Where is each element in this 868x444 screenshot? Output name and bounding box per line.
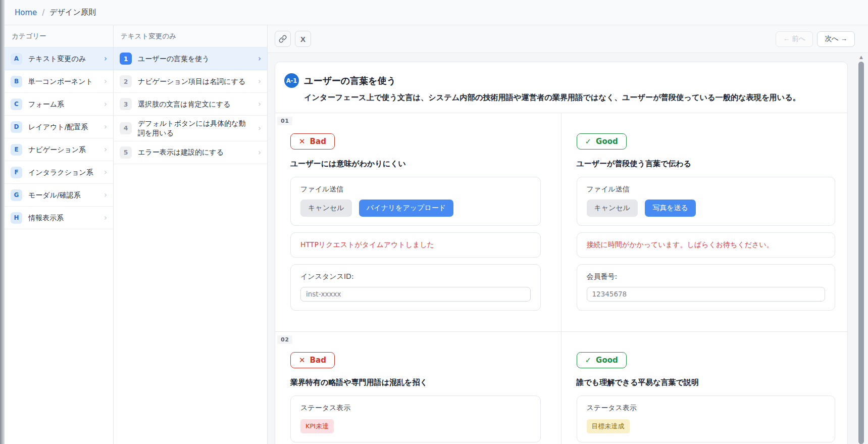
main-area: X ← 前へ 次へ → A-1 ユーザーの言葉を使う インターフェース上で使う文… <box>268 25 868 444</box>
cross-icon: ✕ <box>299 356 305 365</box>
breadcrumb-separator: / <box>42 8 44 17</box>
breadcrumb: Home / デザイン原則 <box>5 0 868 25</box>
chevron-right-icon: › <box>104 145 107 154</box>
principle-item-2[interactable]: 2 ナビゲーション項目は名詞にする › <box>114 70 267 93</box>
category-item-d[interactable]: D レイアウト/配置系 › <box>5 116 113 138</box>
category-item-h[interactable]: H 情報表示系 › <box>5 207 113 229</box>
next-button[interactable]: 次へ → <box>817 31 855 47</box>
principle-description: インターフェース上で使う文言は、システム内部の技術用語や運営者の業界用語ではなく… <box>304 92 836 104</box>
principle-item-3[interactable]: 3 選択肢の文言は肯定文にする › <box>114 93 267 116</box>
chevron-right-icon: › <box>104 100 107 109</box>
check-icon: ✓ <box>585 137 592 146</box>
bad-column: ✕ Bad 業界特有の略語や専門用語は混乱を招く ステータス表示 KPI未達 操… <box>275 332 561 444</box>
x-icon: X <box>300 35 305 43</box>
principle-num-badge: 4 <box>120 122 132 134</box>
bad-subtitle: 業界特有の略語や専門用語は混乱を招く <box>290 378 541 387</box>
copy-link-button[interactable] <box>275 31 291 47</box>
good-badge: ✓ Good <box>577 133 627 150</box>
demo-primary-button[interactable]: バイナリをアップロード <box>359 200 453 217</box>
good-column: ✓ Good ユーザーが普段使う言葉で伝わる ファイル送信 キャンセル 写真を送… <box>561 113 848 331</box>
category-label: 単一コンポーネント <box>28 77 98 86</box>
category-label: テキスト変更のみ <box>28 54 98 64</box>
bad-badge: ✕ Bad <box>290 352 335 368</box>
good-badge: ✓ Good <box>577 352 627 368</box>
categories-header: カテゴリー <box>5 25 113 47</box>
chevron-right-icon: › <box>104 190 107 200</box>
good-badge-label: Good <box>596 137 618 146</box>
category-item-f[interactable]: F インタラクション系 › <box>5 161 113 184</box>
principle-label: デフォルトボタンには具体的な動詞を用いる <box>138 119 252 138</box>
category-key-badge: F <box>11 167 22 178</box>
demo-cancel-button[interactable]: キャンセル <box>587 200 638 217</box>
category-label: 情報表示系 <box>28 213 98 223</box>
section-number-badge: 01 <box>277 117 292 125</box>
category-key-badge: C <box>11 98 22 110</box>
principle-item-5[interactable]: 5 エラー表示は建設的にする › <box>114 141 267 164</box>
status-badge: 目標未達成 <box>587 419 630 433</box>
category-label: レイアウト/配置系 <box>28 122 98 132</box>
bad-column: ✕ Bad ユーザーには意味がわかりにくい ファイル送信 キャンセル バイナリを… <box>275 113 561 331</box>
demo-card-file-send: ファイル送信 キャンセル バイナリをアップロード <box>290 177 541 226</box>
category-key-badge: H <box>11 212 22 224</box>
prev-button[interactable]: ← 前へ <box>776 31 813 47</box>
share-x-button[interactable]: X <box>295 31 311 47</box>
good-column: ✓ Good 誰でも理解できる平易な言葉で説明 ステータス表示 目標未達成 操作… <box>561 332 848 444</box>
breadcrumb-home-link[interactable]: Home <box>15 8 37 17</box>
good-subtitle: ユーザーが普段使う言葉で伝わる <box>577 159 836 169</box>
instance-id-input[interactable] <box>300 287 531 302</box>
category-item-a[interactable]: A テキスト変更のみ › <box>5 47 113 70</box>
breadcrumb-current: デザイン原則 <box>49 8 95 17</box>
category-item-g[interactable]: G モーダル/確認系 › <box>5 184 113 207</box>
cross-icon: ✕ <box>299 137 305 146</box>
scroll-up-icon[interactable]: ▲ <box>859 54 863 62</box>
demo-cancel-button[interactable]: キャンセル <box>300 200 352 217</box>
principle-num-badge: 3 <box>120 98 132 110</box>
chevron-right-icon: › <box>104 54 107 63</box>
category-item-b[interactable]: B 単一コンポーネント › <box>5 70 113 93</box>
category-key-badge: G <box>11 189 22 201</box>
check-icon: ✓ <box>585 356 592 365</box>
principle-card: A-1 ユーザーの言葉を使う インターフェース上で使う文言は、システム内部の技術… <box>275 62 848 444</box>
error-message-card: 接続に時間がかかっています。しばらくお待ちください。 <box>577 232 836 258</box>
section-01: 01 ✕ Bad ユーザーには意味がわかりにくい ファイル送信 キ <box>275 113 847 331</box>
principles-header: テキスト変更のみ <box>114 25 267 47</box>
demo-label: ファイル送信 <box>300 185 531 194</box>
chevron-right-icon: › <box>258 100 261 109</box>
content-area: A-1 ユーザーの言葉を使う インターフェース上で使う文言は、システム内部の技術… <box>268 53 868 444</box>
demo-card-input: インスタンスID: <box>290 264 541 311</box>
app-window: Home / デザイン原則 カテゴリー A テキスト変更のみ › B 単一コンポ… <box>5 0 868 444</box>
principle-num-badge: 2 <box>120 75 132 87</box>
good-subtitle: 誰でも理解できる平易な言葉で説明 <box>577 378 836 387</box>
bad-subtitle: ユーザーには意味がわかりにくい <box>290 159 541 169</box>
status-badge: KPI未達 <box>300 419 334 433</box>
chevron-right-icon: › <box>258 124 261 133</box>
error-message-card: HTTPリクエストがタイムアウトしました <box>290 232 541 258</box>
principles-panel: テキスト変更のみ 1 ユーザーの言葉を使う › 2 ナビゲーション項目は名詞にす… <box>114 25 268 444</box>
category-item-e[interactable]: E ナビゲーション系 › <box>5 138 113 161</box>
chevron-right-icon: › <box>104 122 107 131</box>
chevron-right-icon: › <box>258 148 261 157</box>
good-badge-label: Good <box>596 356 618 365</box>
demo-card-input: 会員番号: <box>577 264 836 311</box>
principle-item-4[interactable]: 4 デフォルトボタンには具体的な動詞を用いる › <box>114 116 267 141</box>
principle-item-1[interactable]: 1 ユーザーの言葉を使う › <box>114 47 267 70</box>
demo-label: ファイル送信 <box>587 185 826 194</box>
scrollbar-thumb[interactable] <box>858 62 864 444</box>
category-item-c[interactable]: C フォーム系 › <box>5 93 113 116</box>
section-02: 02 ✕ Bad 業界特有の略語や専門用語は混乱を招く ステータス表示 <box>275 331 847 444</box>
section-number-badge: 02 <box>277 335 292 344</box>
member-number-input[interactable] <box>587 287 826 302</box>
error-message: 接続に時間がかかっています。しばらくお待ちください。 <box>587 240 774 249</box>
category-key-badge: A <box>11 53 22 65</box>
bad-badge: ✕ Bad <box>290 133 335 150</box>
category-key-badge: B <box>11 76 22 87</box>
input-label: 会員番号: <box>587 272 826 281</box>
category-label: フォーム系 <box>28 100 98 109</box>
principle-label: 選択肢の文言は肯定文にする <box>138 100 252 109</box>
demo-card-status: ステータス表示 目標未達成 <box>577 396 836 442</box>
demo-primary-button[interactable]: 写真を送る <box>645 200 696 217</box>
category-label: インタラクション系 <box>28 168 98 177</box>
chevron-right-icon: › <box>104 168 107 177</box>
principle-label: ナビゲーション項目は名詞にする <box>138 77 252 86</box>
demo-card-status: ステータス表示 KPI未達 <box>290 396 541 442</box>
